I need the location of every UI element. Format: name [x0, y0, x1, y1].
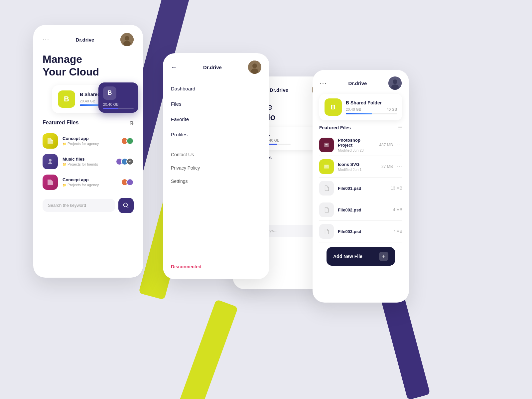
- phone4-featured-title: Featured Files: [319, 125, 351, 130]
- sort-icon[interactable]: ⇅: [129, 120, 134, 126]
- file-thumb-2: [43, 154, 58, 169]
- file-sub-3: 📁 Projects for agency: [63, 183, 116, 187]
- phone4-folder-card[interactable]: B B Shared Folder 20.40 GB 40 GB: [319, 94, 402, 120]
- nav-settings[interactable]: Settings: [171, 175, 261, 188]
- file-name-ps: Photoshop Project: [338, 138, 375, 148]
- file-icon-4: [319, 202, 334, 217]
- file-name-3: Concept app: [63, 177, 116, 182]
- secondary-progress-fill: [103, 108, 118, 109]
- file-list-item-4[interactable]: File002.psd 4 MB: [319, 199, 402, 221]
- file-name-001: File001.psd: [338, 186, 387, 191]
- file-info-003: File003.psd: [338, 229, 389, 234]
- folder-icon-small-2: 📁: [63, 163, 66, 166]
- nav-contact[interactable]: Contact Us: [171, 148, 261, 161]
- file-menu-svg[interactable]: ···: [397, 164, 402, 170]
- nav-privacy[interactable]: Privacy Policy: [171, 161, 261, 175]
- app-title: Dr.drive: [76, 37, 94, 43]
- file-size-003: 7 MB: [393, 229, 402, 234]
- hero-section: Manage Your Cloud: [33, 50, 143, 85]
- hero-title: Manage Your Cloud: [43, 53, 134, 78]
- phone4-folder-name: B Shared Folder: [346, 100, 397, 105]
- storage-used: 20.40 GB: [80, 99, 95, 103]
- file-name-1: Concept app: [63, 136, 116, 141]
- file-info-002: File002.psd: [338, 207, 389, 212]
- menu-dots-icon[interactable]: ···: [43, 36, 50, 43]
- secondary-folder-icon: B: [103, 86, 116, 100]
- featured-header: Featured Files ⇅: [43, 120, 134, 126]
- file-size-ps: 487 MB: [379, 143, 393, 147]
- phone4-folder-info: B Shared Folder 20.40 GB 40 GB: [346, 100, 397, 114]
- folder-card-secondary[interactable]: B 20.40 GB: [98, 82, 138, 113]
- add-plus-icon: +: [379, 252, 388, 261]
- phone4-title: Dr.drive: [348, 80, 367, 86]
- file-info-svg: Icons SVG Modified Jun 1: [338, 162, 377, 172]
- folder-icon-small-3: 📁: [63, 183, 66, 187]
- phone-menu: ← Dr.drive Dashboard Files Favorite Prof…: [163, 53, 269, 279]
- file-icon-5: [319, 224, 334, 239]
- connection-status: Disconnected: [171, 264, 201, 269]
- file-date-svg: Modified Jun 1: [338, 168, 377, 172]
- phone4-used: 20.40 GB: [346, 107, 361, 111]
- phone4-header: ··· Dr.drive: [313, 70, 409, 94]
- file-list-item-5[interactable]: File003.psd 7 MB: [319, 221, 402, 242]
- app-title-2: Dr.drive: [203, 65, 222, 70]
- file-item-2[interactable]: Music files 📁 Projects for friends +3: [43, 151, 134, 172]
- svg-rect-14: [324, 165, 329, 169]
- back-button[interactable]: ←: [171, 64, 177, 71]
- file-info-3: Concept app 📁 Projects for agency: [63, 177, 116, 187]
- app-title-3: Dr.drive: [270, 87, 288, 93]
- avatar-2[interactable]: [248, 61, 261, 74]
- avatar-4[interactable]: [388, 76, 402, 90]
- file-menu-ps[interactable]: ···: [397, 142, 402, 148]
- file-info-001: File001.psd: [338, 186, 387, 191]
- search-section: Search the keyword: [43, 198, 134, 213]
- phone4-dots[interactable]: ···: [320, 80, 327, 87]
- nav-favorite[interactable]: Favorite: [171, 112, 261, 127]
- file-size-001: 13 MB: [391, 186, 402, 191]
- phone4-folder-icon: B: [325, 98, 342, 116]
- nav-files[interactable]: Files: [171, 96, 261, 112]
- file-name-svg: Icons SVG: [338, 162, 377, 167]
- file-item-3[interactable]: Concept app 📁 Projects for agency: [43, 172, 134, 193]
- svg-point-1: [125, 36, 129, 41]
- featured-title: Featured Files: [43, 120, 78, 126]
- svg-point-2: [123, 41, 131, 46]
- file-name-2: Music files: [63, 157, 111, 162]
- progress-fill: [80, 104, 99, 106]
- phone4-fill: [346, 113, 372, 114]
- phone4-featured-header: Featured Files ☰: [319, 125, 402, 130]
- svg-point-3: [49, 159, 52, 162]
- svg-point-11: [393, 79, 397, 84]
- file-date-ps: Modified Jun 23: [338, 148, 375, 152]
- bg-deco-3: [171, 299, 238, 399]
- phone-main: ··· Dr.drive Manage Your Cloud B B Share…: [33, 25, 143, 278]
- phone-files: ··· Dr.drive B B Shared Folder 20.40 GB …: [313, 70, 409, 303]
- add-file-button[interactable]: Add New File +: [327, 247, 395, 266]
- file-sub-1: 📁 Projects for agency: [63, 142, 116, 146]
- file-list-item-1[interactable]: Photoshop Project Modified Jun 23 487 MB…: [319, 134, 402, 156]
- file-thumb-3: [43, 175, 58, 190]
- file-list-item-3[interactable]: File001.psd 13 MB: [319, 178, 402, 199]
- search-input[interactable]: Search the keyword: [43, 199, 115, 212]
- nav-dashboard[interactable]: Dashboard: [171, 81, 261, 96]
- file-size-svg: 27 MB: [381, 164, 393, 169]
- avatar[interactable]: [120, 33, 134, 46]
- file-list-item-2[interactable]: Icons SVG Modified Jun 1 27 MB ···: [319, 156, 402, 178]
- folder-icon-small: 📁: [63, 142, 66, 146]
- file-info-2: Music files 📁 Projects for friends: [63, 157, 111, 166]
- phone4-featured: Featured Files ☰ Photoshop Project Modif…: [313, 120, 409, 266]
- file-thumb-1: [43, 133, 58, 149]
- nav-profiles[interactable]: Profiles: [171, 127, 261, 142]
- file-size-002: 4 MB: [393, 207, 402, 212]
- secondary-storage: 20.40 GB: [103, 102, 134, 106]
- file-icon-2: [319, 159, 334, 174]
- mini-avatar-2: [126, 137, 134, 145]
- add-file-label: Add New File: [333, 254, 362, 259]
- svg-point-5: [252, 64, 257, 68]
- file-item-1[interactable]: Concept app 📁 Projects for agency: [43, 131, 134, 151]
- file-avatars-2: +3: [116, 158, 134, 165]
- file-sub-2: 📁 Projects for friends: [63, 162, 111, 166]
- file-icon-1: [319, 138, 334, 152]
- list-view-icon[interactable]: ☰: [398, 125, 402, 130]
- search-button[interactable]: [118, 198, 134, 213]
